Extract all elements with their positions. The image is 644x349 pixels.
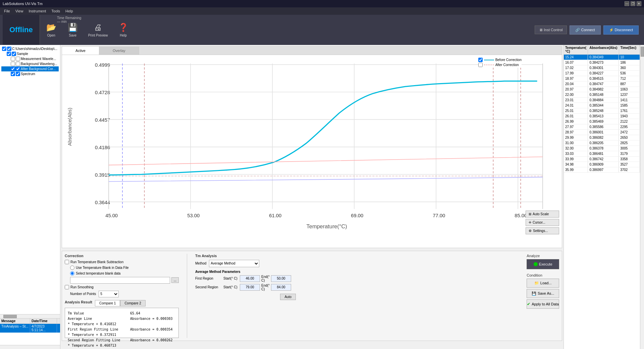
tab-active[interactable]: Active [62,47,99,55]
close-btn[interactable]: ✕ [637,1,641,6]
table-row[interactable]: 22.00 0.385148 1237 [564,92,640,98]
tab-overlay[interactable]: Overlay [99,47,139,55]
first-end-input[interactable] [271,275,291,282]
execute-button[interactable]: Execute [527,259,559,269]
tree-sample[interactable]: Sample [1,51,59,56]
tree-scroll-thumb[interactable] [3,315,17,318]
use-blank-radio[interactable] [70,266,74,270]
tree-spectrum[interactable]: Spectrum [1,71,59,76]
auto-button[interactable]: Auto [280,294,296,300]
tree-root-checkbox[interactable] [2,47,6,51]
table-row[interactable]: 26.99 0.385469 2122 [564,119,640,124]
load-button[interactable]: 📁 Load... [527,279,559,288]
tree-measurement[interactable]: Measurement Wavele... [1,56,59,61]
table-row[interactable]: 31.00 0.386205 2825 [564,140,640,146]
save-button[interactable]: 💾 Save [63,21,83,39]
first-start-label: Start(° C) [223,277,238,280]
inst-control-button[interactable]: 🖥 Inst Control [535,25,567,34]
select-blank-radio[interactable] [70,271,74,276]
data-table-body[interactable]: 15.24 0.384349 10 16.07 0.384273 186 17.… [564,55,640,349]
tree-root-checkbox2[interactable] [7,47,11,51]
auto-scale-button[interactable]: ⊞ Auto Scale [526,211,559,218]
result-tab-compare2[interactable]: Compare 2 [120,300,145,306]
help-button[interactable]: ❓ Help [113,21,133,39]
browse-button[interactable]: ... [171,277,179,283]
blank-file-input[interactable] [70,277,170,284]
minimize-btn[interactable]: — [625,1,629,6]
tree-background-checkbox2[interactable] [16,62,20,66]
menu-instrument[interactable]: Instrument [26,8,49,14]
table-row[interactable]: 20.97 0.384982 1063 [564,87,640,92]
print-preview-button[interactable]: 🖨 Print Preview [84,21,112,39]
settings-button[interactable]: ⚙ Settings... [526,227,559,234]
analysis-panel: Correction Run Temperature Blank Subtrac… [62,251,562,341]
table-row[interactable]: 35.99 0.386997 3702 [564,167,640,173]
legend-after-checkbox[interactable] [478,63,483,67]
tree-spectrum-checkbox2[interactable] [16,72,20,76]
run-smoothing-checkbox[interactable] [65,285,69,289]
tree-sample-checkbox2[interactable] [12,52,16,56]
table-row[interactable]: 32.00 0.386378 3005 [564,146,640,151]
tree-after-background[interactable]: After Background Cor... [1,66,59,71]
table-row[interactable]: 20.04 0.384747 887 [564,81,640,87]
tree-measurement-checkbox2[interactable] [16,57,20,61]
apply-all-button[interactable]: ✔ Apply to All Data [527,299,559,309]
menu-view[interactable]: View [13,8,26,14]
tree-background-checkbox[interactable] [11,62,15,66]
message-row[interactable]: TmAnalysis – St... 4/7/2023 5:11:14... [0,324,60,333]
time-remaining: Time Remaining — min [57,16,81,23]
tree-measurement-checkbox[interactable] [11,57,15,61]
tree-after-background-checkbox2[interactable] [16,67,20,71]
tree-background[interactable]: Background Waveleng... [1,61,59,66]
table-row[interactable]: 17.02 0.384301 360 [564,65,640,71]
num-points-select[interactable]: 5 [99,291,119,297]
help-icon: ❓ [118,23,128,32]
legend-before-checkbox[interactable] [478,58,483,62]
cell-time: 887 [619,81,640,86]
table-row[interactable]: 27.97 0.385586 2295 [564,124,640,130]
tree-after-background-checkbox[interactable] [11,67,15,71]
menu-help[interactable]: Help [63,8,76,14]
save-as-button[interactable]: 💾 Save As... [527,289,559,298]
tree-scrollbar-h[interactable] [0,314,60,318]
table-row[interactable]: 33.99 0.386742 3358 [564,157,640,162]
run-blank-label: Run Temperature Blank Subtraction [70,260,123,264]
table-row[interactable]: 33.03 0.386481 3179 [564,151,640,157]
table-row[interactable]: 24.01 0.385344 1585 [564,103,640,108]
tree-spectrum-label: Spectrum [21,72,35,76]
disconnect-icon: ⚡ [609,28,614,32]
tree-spectrum-checkbox[interactable] [11,72,15,76]
first-region-row: First Region Start(° C) End(° C) [195,275,296,282]
table-row[interactable]: 17.99 0.384227 536 [564,71,640,76]
connect-button[interactable]: 🔗 Connect [570,25,600,35]
table-row[interactable]: 34.98 0.386909 3527 [564,162,640,167]
open-button[interactable]: 📂 Open [41,21,61,39]
tree-sample-checkbox[interactable] [7,52,11,56]
table-row[interactable]: 26.01 0.385413 1943 [564,114,640,119]
restore-btn[interactable]: ❐ [631,1,635,6]
table-row[interactable]: 18.97 0.384515 712 [564,76,640,81]
second-start-input[interactable] [240,284,260,291]
method-select[interactable]: Average Method [209,260,259,267]
menu-file[interactable]: File [1,8,13,14]
table-row[interactable]: 16.07 0.384273 186 [564,60,640,65]
cell-abs: 0.386481 [588,151,619,156]
table-row[interactable]: 15.24 0.384349 10 [564,55,640,60]
table-scrollbar-v[interactable] [640,45,644,349]
data-table-header: Temperature(°C) Absorbance(Abs) Time(Sec… [564,45,640,55]
result-tab-compare1[interactable]: Compare 1 [95,300,120,306]
tree-root[interactable]: C:\Users\shimadzu\Desktop\... [1,46,59,51]
cell-temp: 32.00 [564,146,588,151]
disconnect-button[interactable]: ⚡ Disconnect [603,25,639,35]
table-row[interactable]: 28.97 0.386001 2472 [564,130,640,135]
cursor-button[interactable]: ✛ Cursor... [526,219,559,226]
table-scroll-thumb[interactable] [641,47,644,57]
left-bottom-scrollbar[interactable] [0,345,60,349]
table-row[interactable]: 23.01 0.384884 1411 [564,98,640,103]
table-row[interactable]: 25.01 0.385248 1761 [564,108,640,114]
second-end-input[interactable] [271,284,291,291]
run-blank-checkbox[interactable] [65,260,69,264]
table-row[interactable]: 29.99 0.386082 2650 [564,135,640,140]
first-start-input[interactable] [240,275,260,282]
menu-tools[interactable]: Tools [49,8,63,14]
